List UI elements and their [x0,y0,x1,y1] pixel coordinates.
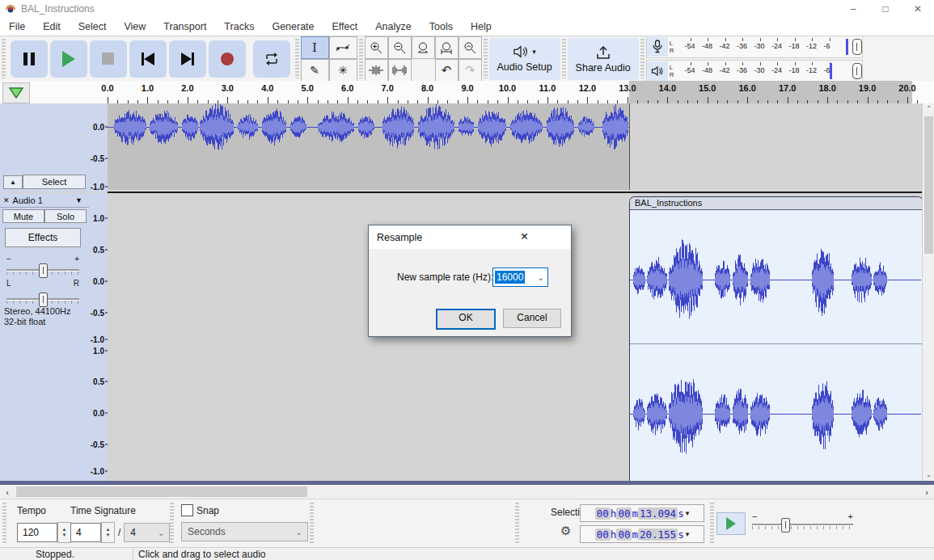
sample-rate-value[interactable]: 16000 [495,271,525,284]
playback-speed-slider[interactable]: − + [752,513,853,534]
toolbar-grip[interactable] [515,503,519,545]
draw-tool-button[interactable]: ✎ [301,59,329,82]
track1-waveform-clip[interactable] [108,103,629,190]
toolbar-grip[interactable] [2,503,6,545]
sel-start-minutes[interactable]: 00 [616,507,632,520]
snap-mode-select[interactable]: Seconds⌄ [181,522,308,541]
gain-slider[interactable] [6,267,79,272]
redo-button[interactable]: ↷ [459,59,482,82]
play-at-speed-button[interactable] [716,512,746,535]
track2-mute-button[interactable]: Mute [2,209,44,223]
playback-meter-slider[interactable] [852,63,862,79]
menu-transport[interactable]: Transport [154,19,215,36]
zoom-in-button[interactable] [365,36,388,59]
menu-view[interactable]: View [115,19,154,36]
toolbar-grip[interactable] [484,39,488,78]
menu-analyze[interactable]: Analyze [366,19,420,36]
silence-audio-button[interactable] [388,59,412,82]
trim-audio-button[interactable] [365,59,388,82]
menu-tools[interactable]: Tools [421,19,462,36]
toolbar-grip[interactable] [170,503,174,545]
skip-to-end-button[interactable] [169,40,206,78]
sel-start-dropdown-icon[interactable]: ▾ [686,509,690,517]
track2-solo-button[interactable]: Solo [44,209,87,223]
snap-checkbox-row[interactable]: Snap [181,504,219,516]
zoom-toggle-button[interactable] [459,36,482,59]
tempo-input[interactable]: 120 [17,523,57,542]
menu-select[interactable]: Select [70,19,116,36]
selection-tool-button[interactable]: I [301,36,329,59]
tempo-spinner[interactable]: ▲▼ [57,522,71,543]
selection-end-field[interactable]: 00h00m20.155s ▾ [580,525,704,543]
timesig-upper-input[interactable]: 4 [70,523,101,542]
play-button[interactable] [50,40,87,78]
menu-file[interactable]: File [0,19,34,36]
track2-waveform-left-channel[interactable] [630,210,921,343]
gain-slider-thumb[interactable] [39,263,48,278]
sel-end-minutes[interactable]: 00 [616,528,632,541]
dialog-close-icon[interactable]: ✕ [478,225,571,249]
minimize-button[interactable]: – [837,0,869,18]
toolbar-grip[interactable] [310,503,314,545]
timesig-spinner[interactable]: ▲▼ [101,522,115,543]
toolbar-grip[interactable] [359,39,363,78]
record-meter-slider[interactable] [852,39,862,55]
ok-button[interactable]: OK [436,309,496,330]
record-button[interactable] [209,40,246,78]
share-audio-button[interactable]: Share Audio [568,38,639,80]
pan-slider[interactable] [6,297,79,301]
envelope-tool-button[interactable] [329,36,357,59]
undo-button[interactable]: ↶ [435,59,459,82]
toolbar-grip[interactable] [640,39,645,78]
toolbar-grip[interactable] [710,503,714,545]
scroll-left-arrow[interactable]: ‹ [0,487,15,497]
pan-slider-thumb[interactable] [39,293,48,307]
track2-menu-icon[interactable]: ▼ [75,196,82,204]
track2-waveform-right-channel[interactable] [630,344,921,480]
clip-title-bar[interactable]: BAL_Instructions [630,197,923,210]
maximize-button[interactable]: □ [869,0,902,18]
vertical-scroll-thumb[interactable] [924,116,933,254]
audio-setup-button[interactable]: ▾ Audio Setup [489,38,560,80]
scroll-right-arrow[interactable]: › [919,487,934,497]
multi-tool-button[interactable]: ✳ [329,59,357,82]
zoom-out-button[interactable] [388,36,412,59]
playback-meter[interactable]: LR -54-48-42-36-30-24-18-12-6 [646,60,863,82]
selection-start-field[interactable]: 00h00m13.094s ▾ [580,504,704,522]
dialog-title-bar[interactable]: Resample ✕ [369,225,571,249]
track1-select-button[interactable]: Select [23,175,86,189]
scroll-up-arrow[interactable]: ⌃ [923,103,934,115]
menu-tracks[interactable]: Tracks [215,19,263,36]
skip-to-start-button[interactable] [129,40,167,78]
toolbar-grip[interactable] [295,39,299,78]
menu-help[interactable]: Help [462,19,501,36]
timeline-ruler[interactable]: 0.01.02.03.04.05.06.07.08.09.010.011.012… [0,81,934,104]
vertical-scrollbar[interactable]: ⌃ ⌄ [922,103,934,481]
speed-slider-thumb[interactable] [781,518,790,533]
horizontal-scrollbar[interactable]: ‹ › [0,485,934,499]
fit-project-button[interactable] [435,36,459,59]
close-button[interactable]: ✕ [902,0,934,18]
track2-close-icon[interactable]: ✕ [3,196,10,204]
sel-start-seconds[interactable]: 13.094 [638,507,678,520]
menu-edit[interactable]: Edit [34,19,70,36]
sel-end-seconds[interactable]: 20.155 [638,528,678,541]
timeline-pin-button[interactable] [2,82,30,103]
menu-generate[interactable]: Generate [263,19,323,36]
track2-effects-button[interactable]: Effects [5,228,81,247]
cancel-button[interactable]: Cancel [503,309,561,328]
stop-button[interactable] [90,40,127,78]
timesig-lower-select[interactable]: 4⌄ [124,523,170,542]
sel-start-hours[interactable]: 00 [595,507,611,520]
track2-name[interactable]: Audio 1 [13,196,43,205]
horizontal-scroll-thumb[interactable] [16,486,307,497]
sample-rate-combobox[interactable]: 16000 ⌄ [492,267,548,287]
toolbar-grip[interactable] [562,39,566,78]
toolbar-grip[interactable] [2,39,6,78]
menu-effect[interactable]: Effect [323,19,367,36]
scroll-down-arrow[interactable]: ⌄ [923,469,934,481]
combobox-chevron-icon[interactable]: ⌄ [538,273,544,282]
sel-end-hours[interactable]: 00 [595,528,611,541]
pause-button[interactable] [11,40,48,78]
track1-vertical-ruler[interactable]: 0.0-0.5-1.0 [89,103,108,192]
